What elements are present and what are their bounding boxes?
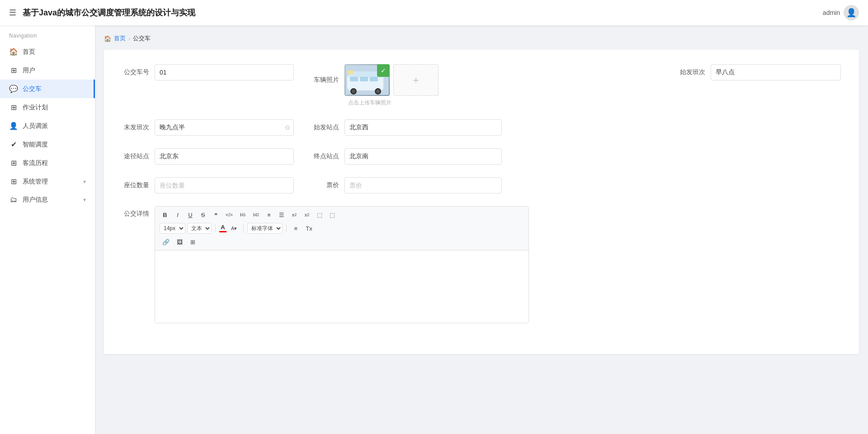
nav-label: Navigation xyxy=(0,25,95,42)
route-station-input[interactable] xyxy=(155,148,294,165)
font-size-select[interactable]: 14px 12px 16px 18px xyxy=(160,223,185,234)
last-shift-label: 末发班次 xyxy=(122,123,149,132)
form-row-1: 公交车号 车辆照片 xyxy=(122,64,841,107)
passenger-icon: ⊞ xyxy=(9,159,18,167)
font-color-button[interactable]: A xyxy=(219,224,226,232)
photo-label: 车辆照片 xyxy=(312,76,339,84)
svg-rect-10 xyxy=(347,71,354,74)
users-icon: ⊞ xyxy=(9,66,18,75)
toolbar-row-2: 14px 12px 16px 18px 文本 A xyxy=(160,223,524,234)
unordered-list-button[interactable]: ☰ xyxy=(276,209,287,220)
highlight-button[interactable]: A▾ xyxy=(228,223,240,234)
sidebar: Navigation 🏠 首页 ⊞ 用户 💬 公交车 ⊞ 作业计划 👤 人员调派… xyxy=(0,25,95,434)
superscript-button[interactable]: x2 xyxy=(302,209,312,220)
last-shift-input[interactable] xyxy=(155,119,294,136)
route-station-group: 途径站点 xyxy=(122,148,294,165)
form-card: 公交车号 车辆照片 xyxy=(104,50,859,354)
table-button[interactable]: ⊞ xyxy=(187,236,198,247)
toolbar-separator-2 xyxy=(243,224,244,232)
outdent-button[interactable]: ⬚ xyxy=(327,209,338,220)
photo-hint: 点击上传车辆照片 xyxy=(348,99,392,106)
start-shift-label: 始发班次 xyxy=(678,68,705,76)
sidebar-item-home[interactable]: 🏠 首页 xyxy=(0,42,95,61)
form-row-3: 途径站点 终点站点 xyxy=(122,148,841,165)
sidebar-item-schedule-label: 智能调度 xyxy=(23,141,48,149)
sidebar-item-passenger-label: 客流历程 xyxy=(23,159,48,167)
svg-rect-5 xyxy=(370,77,378,81)
home-icon-bc: 🏠 xyxy=(104,35,111,42)
admin-name: admin xyxy=(823,9,840,16)
bus-number-input[interactable] xyxy=(155,64,294,80)
bus-number-group: 公交车号 xyxy=(122,64,294,80)
last-shift-group: 末发班次 ⊙ xyxy=(122,119,294,136)
header: ☰ 基于Java的城市公交调度管理系统的设计与实现 admin 👤 xyxy=(0,0,868,25)
strikethrough-button[interactable]: S xyxy=(198,209,208,220)
end-station-label: 终点站点 xyxy=(312,152,339,160)
main-content: 🏠 首页 › 公交车 公交车号 车辆照片 xyxy=(95,25,868,434)
breadcrumb-home[interactable]: 首页 xyxy=(114,34,126,42)
start-station-label: 始发站点 xyxy=(312,123,339,132)
clear-icon[interactable]: ⊙ xyxy=(285,124,290,131)
font-family-select[interactable]: 标准字体 xyxy=(247,223,283,234)
sidebar-item-staff-label: 人员调派 xyxy=(23,122,48,130)
schedule-icon: ✔ xyxy=(9,140,18,149)
toolbar-row-3: 🔗 🖼 ⊞ xyxy=(160,236,524,247)
underline-button[interactable]: U xyxy=(185,209,196,220)
font-style-select[interactable]: 文本 xyxy=(187,223,212,234)
align-button[interactable]: ≡ xyxy=(290,223,301,234)
sidebar-item-system-mgmt[interactable]: ⊞ 系统管理 ▾ xyxy=(0,172,95,191)
breadcrumb-current: 公交车 xyxy=(133,34,151,42)
italic-button[interactable]: I xyxy=(172,209,183,220)
start-shift-input[interactable] xyxy=(711,64,841,80)
h2-button[interactable]: H2 xyxy=(250,209,262,220)
code-button[interactable]: </> xyxy=(223,209,236,220)
sidebar-item-users[interactable]: ⊞ 用户 xyxy=(0,61,95,80)
svg-rect-3 xyxy=(350,77,358,81)
clear-format-button[interactable]: Tx xyxy=(303,223,315,234)
seats-input[interactable] xyxy=(155,177,294,193)
editor-body[interactable] xyxy=(155,250,528,323)
last-shift-input-wrap: ⊙ xyxy=(155,119,294,136)
form-row-4: 座位数量 票价 xyxy=(122,177,841,193)
header-right: admin 👤 xyxy=(823,5,859,20)
price-input[interactable] xyxy=(344,177,502,193)
indent-button[interactable]: ⬚ xyxy=(314,209,325,220)
sidebar-item-staff-dispatch[interactable]: 👤 人员调派 xyxy=(0,117,95,135)
photo-add-button[interactable]: ＋ xyxy=(393,64,439,96)
breadcrumb: 🏠 首页 › 公交车 xyxy=(104,34,859,42)
photo-thumbnail: ✓ xyxy=(344,64,390,96)
photo-group: 车辆照片 xyxy=(312,64,660,107)
staff-icon: 👤 xyxy=(9,122,18,130)
image-button[interactable]: 🖼 xyxy=(174,236,185,247)
chevron-down-icon-2: ▾ xyxy=(83,197,86,203)
user-info-icon: 🗂 xyxy=(9,196,18,204)
menu-toggle-icon[interactable]: ☰ xyxy=(9,8,16,18)
sidebar-item-work-plan[interactable]: ⊞ 作业计划 xyxy=(0,98,95,117)
seats-label: 座位数量 xyxy=(122,181,149,189)
sidebar-item-passenger-history[interactable]: ⊞ 客流历程 xyxy=(0,154,95,172)
start-station-input[interactable] xyxy=(344,119,502,136)
ordered-list-button[interactable]: ≡ xyxy=(264,209,274,220)
blockquote-button[interactable]: ❝ xyxy=(210,209,221,220)
svg-point-7 xyxy=(352,90,355,93)
toolbar-row-1: B I U S ❝ </> H1 H2 ≡ ☰ x2 xyxy=(160,209,524,220)
sidebar-item-bus[interactable]: 💬 公交车 xyxy=(0,80,95,98)
sidebar-item-smart-schedule[interactable]: ✔ 智能调度 xyxy=(0,135,95,154)
end-station-group: 终点站点 xyxy=(312,148,502,165)
bus-icon: 💬 xyxy=(9,85,18,93)
breadcrumb-sep: › xyxy=(128,35,130,42)
photo-upload-row: ✓ ＋ xyxy=(344,64,439,96)
sidebar-item-users-label: 用户 xyxy=(23,66,35,75)
end-station-input[interactable] xyxy=(344,148,502,165)
sidebar-item-user-info[interactable]: 🗂 用户信息 ▾ xyxy=(0,191,95,209)
toolbar-separator-3 xyxy=(286,224,287,232)
subscript-button[interactable]: x2 xyxy=(289,209,300,220)
photo-check-badge: ✓ xyxy=(377,64,390,77)
avatar: 👤 xyxy=(844,5,859,20)
h1-button[interactable]: H1 xyxy=(237,209,249,220)
bus-number-label: 公交车号 xyxy=(122,68,149,76)
form-row-2: 末发班次 ⊙ 始发站点 xyxy=(122,119,841,136)
bold-button[interactable]: B xyxy=(160,209,170,220)
link-button[interactable]: 🔗 xyxy=(160,236,172,247)
seats-group: 座位数量 xyxy=(122,177,294,193)
